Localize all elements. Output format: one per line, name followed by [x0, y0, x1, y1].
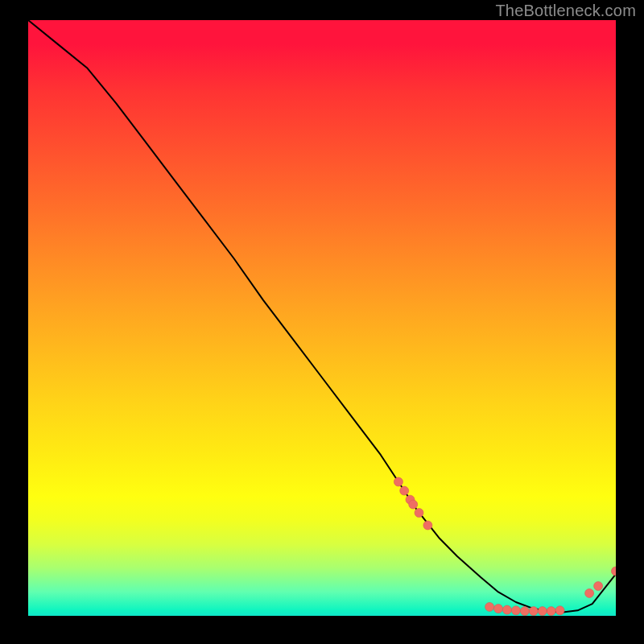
data-dot: [547, 607, 555, 616]
data-dot: [585, 588, 594, 597]
data-dot: [555, 606, 564, 615]
data-dot: [400, 486, 409, 495]
bottleneck-curve: [28, 20, 616, 613]
data-dot: [409, 500, 418, 509]
data-dot: [423, 521, 432, 530]
data-dot: [594, 582, 603, 591]
data-dot: [494, 605, 503, 613]
data-dot: [529, 607, 538, 616]
data-dot: [502, 605, 511, 614]
curve-layer: [28, 20, 616, 616]
data-dots: [394, 477, 616, 616]
data-dot: [415, 509, 423, 518]
watermark-text: TheBottleneck.com: [495, 2, 636, 20]
data-dot: [612, 567, 617, 576]
chart-container: TheBottleneck.com: [0, 0, 644, 644]
data-dot: [394, 477, 402, 486]
data-dot: [485, 602, 494, 611]
data-dot: [520, 607, 529, 616]
data-dot: [538, 607, 547, 616]
data-dot: [511, 606, 520, 615]
plot-area: [28, 20, 616, 616]
